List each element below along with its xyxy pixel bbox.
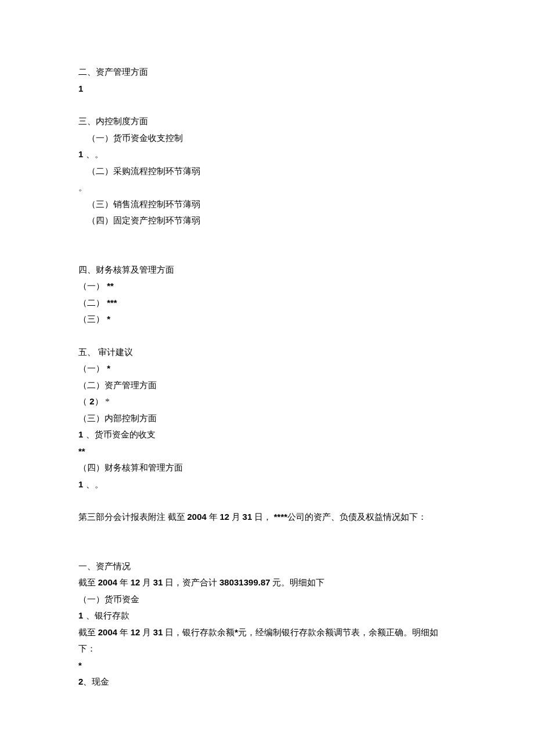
heading-5-3: （三）内部控制方面 [78, 410, 456, 427]
heading-5-2: （二）资产管理方面 [78, 377, 456, 394]
heading-3: 三、内控制度方面 [78, 113, 456, 130]
heading-assets: 一、资产情况 [78, 558, 456, 575]
item-3-1-1: 1 、。 [78, 146, 456, 163]
blank-line [78, 493, 456, 509]
item-5-4-1: 1 、。 [78, 476, 456, 493]
heading-2: 二、资产管理方面 [78, 64, 456, 81]
heading-5: 五、 审计建议 [78, 344, 456, 361]
heading-cash: （一）货币资金 [78, 591, 456, 608]
blank-line [78, 245, 456, 262]
blank-line [78, 229, 456, 245]
document-page: 二、资产管理方面1三、内控制度方面 （一）货币资金收支控制1 、。 （二）采购流… [0, 0, 534, 756]
heading-3-2: （二）采购流程控制环节薄弱 [78, 163, 456, 180]
blank-line [78, 542, 456, 558]
item-5-2-2: （ 2） * [78, 393, 456, 410]
blank-line [78, 526, 456, 542]
assets-total-line: 截至 2004 年 12 月 31 日，资产合计 38031399.87 元。明… [78, 574, 456, 591]
item-3-2-dot: 。 [78, 179, 456, 196]
heading-5-4: （四）财务核算和管理方面 [78, 460, 456, 476]
item-bank-deposit: 1 、银行存款 [78, 607, 456, 624]
bank-deposit-star: * [78, 657, 456, 674]
item-4-2: （二） *** [78, 295, 456, 312]
item-cash: 2、现金 [78, 674, 456, 690]
part3-heading: 第三部分会计报表附注 截至 2004 年 12 月 31 日， ****公司的资… [78, 509, 456, 526]
heading-3-4: （四）固定资产控制环节薄弱 [78, 212, 456, 229]
bank-deposit-line: 截至 2004 年 12 月 31 日，银行存款余额*元，经编制银行存款余额调节… [78, 624, 456, 657]
heading-4: 四、财务核算及管理方面 [78, 262, 456, 278]
blank-line [78, 97, 456, 113]
item-2-1-number: 1 [78, 81, 456, 97]
item-5-1: （一） * [78, 360, 456, 377]
item-5-3-1-stars: ** [78, 443, 456, 460]
heading-3-3: （三）销售流程控制环节薄弱 [78, 196, 456, 213]
blank-line [78, 328, 456, 344]
item-5-3-1: 1 、货币资金的收支 [78, 426, 456, 443]
item-4-1: （一） ** [78, 278, 456, 295]
heading-3-1: （一）货币资金收支控制 [78, 130, 456, 147]
item-4-3: （三） * [78, 311, 456, 328]
